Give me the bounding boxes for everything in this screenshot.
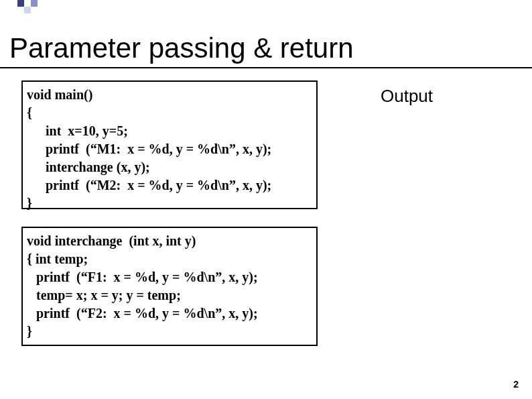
code-line: interchange (x, y);: [27, 158, 312, 176]
code-block-main: void main() { int x=10, y=5; printf (“M1…: [21, 80, 318, 209]
code-line: }: [27, 323, 312, 341]
code-line: { int temp;: [27, 250, 312, 268]
code-block-interchange: void interchange (int x, int y) { int te…: [21, 227, 318, 346]
code-line: printf (“F1: x = %d, y = %d\n”, x, y);: [27, 268, 312, 286]
code-line: void interchange (int x, int y): [27, 232, 312, 250]
code-line: temp= x; x = y; y = temp;: [27, 286, 312, 304]
output-heading: Output: [381, 86, 433, 107]
slide-title: Parameter passing & return: [9, 32, 354, 64]
code-line: int x=10, y=5;: [27, 122, 312, 140]
code-line: {: [27, 104, 312, 122]
title-underline: [0, 67, 532, 68]
code-line: }: [27, 194, 312, 213]
page-number: 2: [513, 379, 519, 390]
slide-accent-squares: [17, 0, 38, 13]
code-line: void main(): [27, 86, 312, 104]
code-line: printf (“M2: x = %d, y = %d\n”, x, y);: [27, 176, 312, 194]
code-line: printf (“M1: x = %d, y = %d\n”, x, y);: [27, 140, 312, 158]
code-line: printf (“F2: x = %d, y = %d\n”, x, y);: [27, 304, 312, 323]
